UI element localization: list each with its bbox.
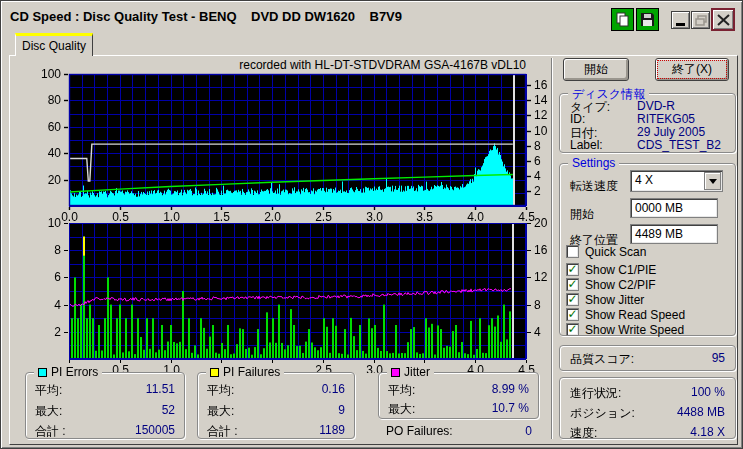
quick-scan-checkbox[interactable] [566, 245, 579, 258]
jitter-statbox: Jitter 平均:8.99 % 最大:10.7 % [378, 372, 539, 419]
minimize-icon [676, 23, 685, 26]
pif-total-value: 1189 [319, 423, 345, 437]
show-c1-pie-checkbox[interactable]: ✓ [566, 263, 579, 276]
disc-id-value: RITEKG05 [637, 112, 695, 126]
end-position-input[interactable]: 4489 MB [630, 224, 718, 244]
show-read-speed-checkbox[interactable]: ✓ [566, 308, 579, 321]
pie-max-value: 52 [162, 403, 175, 417]
start-button[interactable]: 開始 [563, 58, 629, 81]
jitter-statbox-title: Jitter [387, 365, 434, 379]
show-write-speed-checkbox[interactable]: ✓ [566, 323, 579, 336]
show-c2-pif-checkbox[interactable]: ✓ [566, 278, 579, 291]
progress-value: 100 % [691, 385, 725, 399]
titlebar[interactable]: CD Speed : Disc Quality Test - BENQ DVD … [4, 4, 741, 29]
po-failures-value: 0 [525, 424, 532, 438]
copy-icon [615, 12, 630, 27]
disc-info-group: ディスク情報 タイプ:DVD-R ID:RITEKG05 日付:29 July … [559, 93, 736, 153]
quality-score-label: 品質スコア: [570, 351, 634, 368]
copy-to-clipboard-button[interactable] [611, 8, 634, 31]
pi-errors-statbox-title: PI Errors [34, 365, 102, 379]
restore-icon [695, 15, 707, 26]
combobox-dropdown-arrow-icon[interactable] [704, 172, 721, 190]
pi-errors-statbox: PI Errors 平均:11.51 最大:52 合計 :150005 [25, 372, 185, 439]
quality-charts-canvas [21, 57, 549, 373]
save-button[interactable] [636, 8, 659, 31]
disc-type-value: DVD-R [637, 99, 675, 113]
settings-title: Settings [568, 156, 619, 170]
jitter-avg-value: 8.99 % [492, 382, 529, 396]
show-jitter-checkbox[interactable]: ✓ [566, 293, 579, 306]
pif-avg-value: 0.16 [322, 382, 345, 396]
pi-failures-statbox-title: PI Failures [206, 365, 284, 379]
pif-max-value: 9 [338, 403, 345, 417]
exit-button[interactable]: 終了(X) [655, 58, 729, 81]
pie-total-value: 150005 [135, 423, 175, 437]
close-icon [717, 14, 730, 26]
speed-combobox-value: 4 X [635, 173, 653, 187]
panel-divider [551, 58, 553, 439]
app-window: CD Speed : Disc Quality Test - BENQ DVD … [0, 0, 743, 449]
tab-disc-quality[interactable]: Disc Quality [15, 33, 93, 56]
maximize-button[interactable] [691, 11, 710, 29]
jitter-max-value: 10.7 % [492, 401, 529, 415]
quality-score-group: 品質スコア: 95 [559, 345, 736, 371]
minimize-button[interactable] [671, 11, 690, 29]
disc-label-value: CDS_TEST_B2 [637, 138, 721, 152]
pi-errors-color-swatch [38, 368, 47, 377]
close-button[interactable] [711, 8, 735, 31]
window-title: CD Speed : Disc Quality Test - BENQ DVD … [10, 4, 402, 29]
quality-score-value: 95 [712, 351, 725, 365]
pi-failures-statbox: PI Failures 平均:0.16 最大:9 合計 :1189 [197, 372, 355, 439]
speed-value: 4.18 X [690, 425, 725, 439]
floppy-save-icon [640, 12, 655, 27]
jitter-color-swatch [391, 368, 400, 377]
speed-combobox[interactable]: 4 X [630, 170, 723, 192]
pie-avg-value: 11.51 [146, 382, 175, 396]
po-failures-row: PO Failures: 0 [386, 424, 536, 440]
start-position-input[interactable]: 0000 MB [630, 198, 718, 218]
disc-date-value: 29 July 2005 [637, 125, 705, 139]
position-value: 4488 MB [677, 405, 725, 419]
progress-status-group: 進行状況:100 % ポジション:4488 MB 速度:4.18 X [559, 377, 736, 439]
pi-failures-color-swatch [210, 368, 219, 377]
